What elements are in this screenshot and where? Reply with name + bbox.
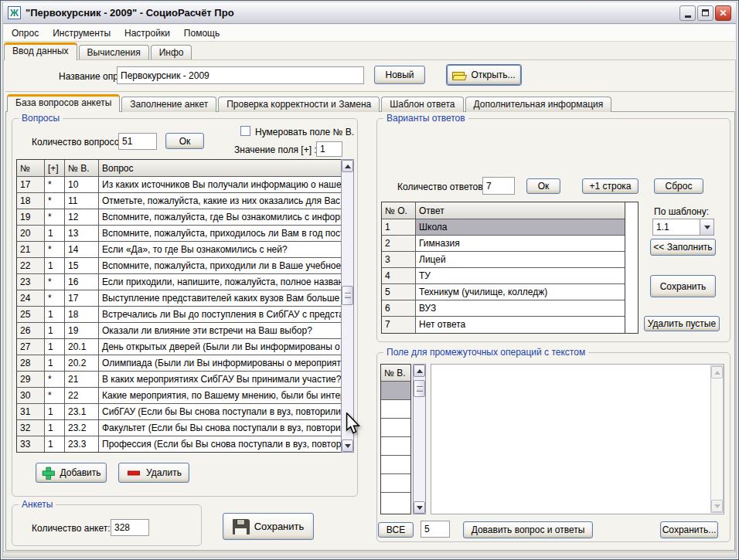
- cell: 27: [17, 339, 45, 355]
- arrow-up-icon: [417, 369, 423, 373]
- cell: *: [45, 388, 65, 403]
- question-row[interactable]: 23*16Если приходили, напишите, пожалуйст…: [17, 274, 341, 290]
- subtab-Заполнение анкет[interactable]: Заполнение анкет: [121, 97, 216, 112]
- fill-button[interactable]: << Заполнить: [650, 239, 716, 256]
- text-ops-table[interactable]: № В.: [380, 364, 411, 514]
- question-row[interactable]: 21*14Если «Да», то где Вы ознакомились с…: [17, 242, 341, 258]
- answer-count-input[interactable]: [482, 177, 515, 195]
- tab-Инфо[interactable]: Инфо: [151, 45, 192, 60]
- question-row[interactable]: 27120.1День открытых дверей (Были ли Вы …: [17, 339, 341, 355]
- text-ops-scrollbar[interactable]: [413, 364, 426, 514]
- question-row[interactable]: 17*10Из каких источников Вы получали инф…: [17, 177, 341, 193]
- subtab-База вопросов анкеты[interactable]: База вопросов анкеты: [7, 94, 120, 112]
- survey-name-input[interactable]: [117, 66, 364, 84]
- question-row[interactable]: 19*12Вспомните, пожалуйста, где Вы ознак…: [17, 209, 341, 226]
- cell: 14: [65, 242, 99, 257]
- question-row[interactable]: 22115Вспомните, пожалуйста, приходили ли…: [17, 258, 341, 274]
- close-button[interactable]: ✕: [715, 5, 731, 21]
- scroll-down-button[interactable]: [414, 501, 425, 514]
- answer-row[interactable]: 1Школа: [382, 219, 625, 236]
- arrow-down-icon: [417, 506, 423, 510]
- question-row[interactable]: 28120.2Олимпиада (Были ли Вы информирова…: [17, 355, 341, 372]
- question-row[interactable]: 26119Оказали ли влияние эти встречи на В…: [17, 323, 341, 339]
- add-question-answers-button[interactable]: Довавить вопрос и ответы: [463, 521, 593, 538]
- scroll-up-button[interactable]: [711, 366, 723, 378]
- template-combobox[interactable]: 1.1: [652, 219, 714, 236]
- save-questionnaires-button[interactable]: Сохранить: [223, 513, 314, 540]
- title-bar[interactable]: Ж "Первокурсник - 2009" - СоциоРасчёт Пр…: [3, 2, 736, 24]
- menu-item-Настройки[interactable]: Настройки: [124, 28, 170, 39]
- question-row[interactable]: 24*17Выступление представителей каких ву…: [17, 290, 341, 307]
- scroll-thumb[interactable]: [414, 380, 425, 397]
- questions-table[interactable]: №[+]№ В.Вопрос 17*10Из каких источников …: [16, 159, 342, 453]
- questions-scrollbar[interactable]: [341, 159, 354, 453]
- scroll-up-button[interactable]: [414, 365, 425, 377]
- text-ops-row[interactable]: [381, 400, 410, 419]
- question-row[interactable]: 33123.3Профессия (Если бы Вы снова посту…: [17, 436, 341, 453]
- scroll-down-button[interactable]: [342, 440, 353, 452]
- scroll-thumb[interactable]: [342, 286, 353, 305]
- cell: 17: [65, 290, 99, 306]
- scroll-up-button[interactable]: [342, 160, 353, 172]
- tab-Ввод данных[interactable]: Ввод данных: [4, 42, 77, 60]
- text-ops-row[interactable]: [381, 474, 410, 493]
- menu-item-Инструменты[interactable]: Инструменты: [53, 28, 111, 39]
- question-row[interactable]: 29*21В каких мероприятиях СибГАУ Вы прин…: [17, 372, 341, 388]
- answer-row[interactable]: 7Нет ответа: [382, 317, 625, 333]
- cell: 11: [65, 193, 99, 209]
- maximize-button[interactable]: [697, 5, 713, 21]
- answer-row[interactable]: 2Гимназия: [382, 236, 625, 252]
- save-answers-button[interactable]: Сохранить: [650, 275, 716, 297]
- open-survey-button[interactable]: Открыть...: [447, 65, 521, 85]
- answer-row[interactable]: 5Техникум (училище, колледж): [382, 284, 625, 300]
- plus-field-input[interactable]: [316, 141, 342, 157]
- numbering-checkbox[interactable]: [240, 126, 250, 136]
- text-ops-row[interactable]: [381, 456, 410, 474]
- save-text-ops-button[interactable]: Сохранить...: [660, 521, 718, 538]
- new-survey-button[interactable]: Новый: [374, 66, 425, 84]
- text-ops-count-input[interactable]: [421, 521, 450, 538]
- question-count-input[interactable]: [118, 133, 157, 150]
- subtab-Проверка корректности и Замена[interactable]: Проверка корректности и Замена: [218, 97, 380, 112]
- delete-empty-button[interactable]: Удалить пустые: [644, 316, 720, 331]
- question-row[interactable]: 31123.1СибГАУ (Если бы Вы снова поступал…: [17, 404, 341, 420]
- menu-item-Помощь[interactable]: Помощь: [184, 28, 220, 39]
- questionnaire-count-input[interactable]: [111, 519, 149, 536]
- answer-row[interactable]: 3Лицей: [382, 252, 625, 268]
- subtab-Шаблон ответа[interactable]: Шаблон ответа: [381, 97, 463, 112]
- reset-button[interactable]: Сброс: [654, 178, 703, 194]
- text-ops-row[interactable]: [381, 493, 410, 511]
- tab-Вычисления[interactable]: Вычисления: [79, 45, 149, 60]
- text-ops-row[interactable]: [381, 419, 410, 437]
- add-row-button[interactable]: +1 строка: [582, 178, 639, 194]
- minimize-button[interactable]: [679, 5, 696, 21]
- text-operations-area[interactable]: [431, 364, 724, 514]
- cell: 2: [382, 236, 416, 251]
- answer-count-ok-button[interactable]: Ок: [526, 178, 560, 194]
- questions-table-body: 17*10Из каких источников Вы получали инф…: [17, 177, 341, 453]
- question-row[interactable]: 25118Встречались ли Вы до поступления в …: [17, 307, 341, 323]
- add-question-button[interactable]: Добавить: [36, 463, 107, 483]
- subtab-Дополнительная информация[interactable]: Дополнительная информация: [465, 97, 612, 112]
- delete-question-button[interactable]: Удалить: [118, 463, 189, 483]
- answer-row[interactable]: 6ВУЗ: [382, 300, 625, 317]
- question-row[interactable]: 18*11Отметьте, пожалуйста, какие из них …: [17, 193, 341, 209]
- cell: Нет ответа: [416, 317, 625, 333]
- menu-item-Опрос[interactable]: Опрос: [12, 28, 39, 39]
- question-count-ok-button[interactable]: Ок: [165, 133, 204, 149]
- answers-table[interactable]: № О.Ответ 1Школа2Гимназия3Лицей4ТУ5Техни…: [381, 202, 625, 334]
- scroll-down-button[interactable]: [711, 500, 723, 512]
- question-row[interactable]: 20113Вспомните, пожалуйста, приходилось …: [17, 226, 341, 242]
- cell: 7: [382, 317, 416, 333]
- cell: 4: [382, 268, 416, 283]
- all-button[interactable]: ВСЕ: [378, 522, 414, 538]
- question-row[interactable]: 30*22Какие мероприятия, по Вашему мнению…: [17, 388, 341, 404]
- text-ops-row[interactable]: [381, 437, 410, 456]
- cell: 1: [45, 436, 65, 453]
- cell: Вспомните, пожалуйста, где Вы ознакомили…: [99, 209, 341, 225]
- text-ops-row[interactable]: [381, 382, 410, 400]
- answer-row[interactable]: 4ТУ: [382, 268, 625, 284]
- combo-drop-button[interactable]: [700, 219, 713, 235]
- question-row[interactable]: 32123.2Факультет (Если бы Вы снова посту…: [17, 420, 341, 436]
- text-area-scrollbar[interactable]: [710, 365, 724, 513]
